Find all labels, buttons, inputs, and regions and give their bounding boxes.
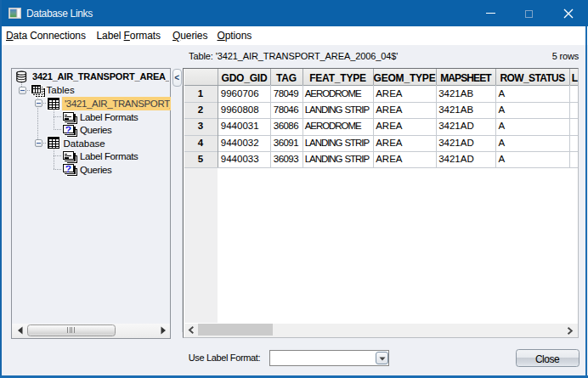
svg-text:?: ? <box>65 124 71 136</box>
svg-text:?: ? <box>65 163 71 175</box>
